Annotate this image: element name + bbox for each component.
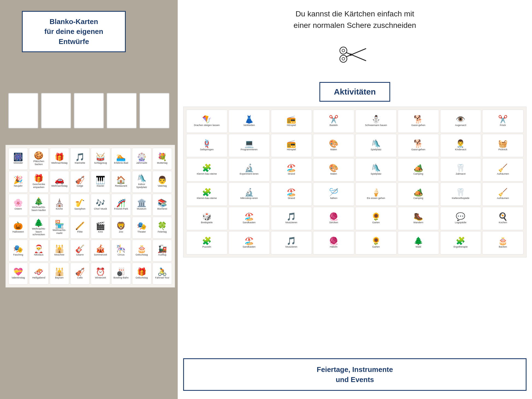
grid-cell-icon: 🥁 [96, 153, 105, 161]
activity-cell: 🧩Puzzeln [186, 231, 227, 254]
left-grid-cell: ⏰Winterzeit [91, 263, 110, 284]
grid-cell-label: Freizeit-Park [114, 207, 128, 210]
grid-cell-icon: 💝 [13, 268, 23, 276]
activity-icon: 👗 [244, 116, 254, 123]
activity-cell: 🦷Zahnarzt [440, 158, 481, 181]
left-grid-cell: 🍪Plätzchen backen [29, 148, 48, 170]
left-grid-cell: 🎪Sommerzeit [91, 240, 110, 262]
activity-icon: 🏕️ [414, 164, 423, 172]
grid-cell-label: Klavier [97, 184, 104, 187]
grid-cell-icon: 🎷 [75, 199, 85, 207]
activity-icon: 🎵 [287, 213, 296, 221]
activity-label: Aufräumen [497, 197, 509, 200]
activity-label: Camping [413, 197, 423, 200]
blank-card-5 [139, 93, 169, 128]
activity-label: Strand [288, 197, 295, 200]
activity-label: Programmieren [241, 148, 258, 151]
grid-cell-label: Weihnachtstag [51, 162, 67, 165]
left-grid-cell: 🎉Neujahr [8, 171, 28, 193]
left-grid-table: 🎆Silvester🍪Plätzchen backen🎁Weihnachtsta… [8, 148, 172, 284]
grid-cell-label: Erlebnis-Bad [114, 162, 128, 165]
activity-label: Sandkasten [242, 221, 256, 224]
svg-point-6 [350, 54, 352, 56]
grid-cell-icon: 🏛️ [137, 199, 147, 207]
grid-cell-label: Vatertag [158, 184, 167, 187]
activity-cell: 🧩Klemm-bau-steine [186, 158, 227, 181]
grid-cell-icon: 🚂 [157, 245, 167, 253]
grid-cell-label: Flöte [77, 230, 83, 233]
grid-cell-icon: 🏊 [116, 153, 126, 161]
left-grid-cell: 🚴Fahrrad-Tour [153, 263, 172, 284]
activity-icon: 💻 [244, 140, 254, 148]
activity-cell: 🧶Stricken [313, 207, 354, 230]
grid-cell-icon: 🎠 [116, 245, 126, 253]
activity-icon: 🧹 [498, 164, 508, 172]
grid-cell-label: Muttertag [157, 162, 167, 165]
activity-cell: 🎨Malen [313, 158, 354, 181]
grid-cell-icon: 🎶 [96, 199, 105, 207]
activity-label: Stricken [329, 221, 338, 224]
grid-cell-icon: 🚗 [55, 176, 64, 184]
left-grid-cell: 🎬Kino [91, 217, 110, 239]
activity-icon: 🪢 [202, 140, 212, 148]
grid-cell-icon: 🪈 [75, 222, 85, 230]
left-grid-cell: 🚗Weihnachtstag [50, 171, 69, 193]
activity-label: Wald [416, 245, 421, 248]
activity-cell: 👁️Augenarzt [440, 110, 481, 133]
grid-cell-label: Schlagzeug [94, 162, 107, 165]
left-grid-cell: ⛪Kirche [50, 194, 69, 216]
blank-card-2 [41, 93, 71, 128]
activity-icon: 🦷 [456, 164, 465, 172]
activity-label: Wandern [413, 221, 423, 224]
activities-section: 🪁Drachen steigen lassen👗Verkleiden📻Hörsp… [183, 107, 527, 257]
activity-label: Spielplatz [371, 172, 381, 175]
activity-icon: 📻 [287, 140, 296, 148]
left-grid-cell: 🏊Erlebnis-Bad [111, 148, 131, 170]
left-grid-cell: 🎡Jahrmarkt [132, 148, 151, 170]
grid-cell-icon: 🎸 [75, 245, 85, 253]
activity-icon: 🪁 [202, 116, 212, 123]
left-grid-cell: 🛝Indoor Spielplatz [132, 171, 151, 193]
grid-cell-icon: 🕌 [55, 245, 64, 253]
grid-cell-label: Silvester [13, 162, 23, 165]
grid-cell-icon: 🎅 [34, 245, 43, 253]
activity-icon: 🏖️ [287, 164, 296, 172]
activity-label: Garten [372, 221, 380, 224]
activity-cell: 🏖️Strand [271, 158, 312, 181]
grid-cell-icon: 🎢 [116, 199, 126, 207]
blank-card-1 [8, 93, 38, 128]
activity-label: Mikroskop-ieren [240, 197, 258, 200]
activity-label: Camping [413, 172, 423, 175]
grid-cell-icon: 🌲 [34, 219, 43, 227]
grid-cell-icon: 🎬 [96, 222, 105, 230]
left-grid-cell: 📚Bücherei [153, 194, 172, 216]
activity-cell: 🐕Gassi-gehen [398, 110, 439, 133]
left-grid-cell: 🏪Weihnachts-markt [50, 217, 69, 239]
activity-cell: 🧶Häkeln [313, 231, 354, 254]
activity-cell: 🔬Experiment-ieren [229, 158, 270, 181]
activity-icon: 🏖️ [244, 213, 254, 221]
grid-cell-icon: 🎵 [75, 153, 85, 161]
left-grid-cell: 🎻Cello [70, 263, 90, 284]
activity-cell: 📻Hörspiel [271, 134, 312, 157]
grid-cell-icon: 🏪 [55, 221, 64, 228]
activity-cell: 👗Verkleiden [229, 110, 270, 133]
grid-cell-label: Circus [118, 253, 125, 256]
activity-icon: 🧩 [202, 164, 212, 172]
grid-cell-icon: 🍪 [34, 152, 43, 159]
right-panel: Du kannst die Kärtchen einfach miteiner … [178, 0, 532, 399]
activity-icon: 🍳 [498, 213, 508, 221]
activity-cell: 🧩Klemm-bau-steine [186, 183, 227, 206]
activity-icon: ⛄ [371, 116, 381, 123]
activity-cell: 🏖️Sandkasten [229, 207, 270, 230]
grid-cell-icon: 🎳 [116, 268, 126, 276]
svg-line-5 [346, 52, 366, 61]
activity-label: Seilspringen [200, 148, 214, 151]
activity-cell: 🍦Eis essen gehen [355, 183, 397, 206]
activity-cell: 🧺Picknick [482, 134, 524, 157]
activity-icon: ✂️ [498, 116, 508, 123]
grid-cell-icon: 🌸 [13, 199, 23, 207]
grid-cell-label: Feiertag [158, 230, 167, 233]
left-grid-cell: 👨Vatertag [153, 171, 172, 193]
left-grid-cell: 🎭Theater [132, 217, 151, 239]
